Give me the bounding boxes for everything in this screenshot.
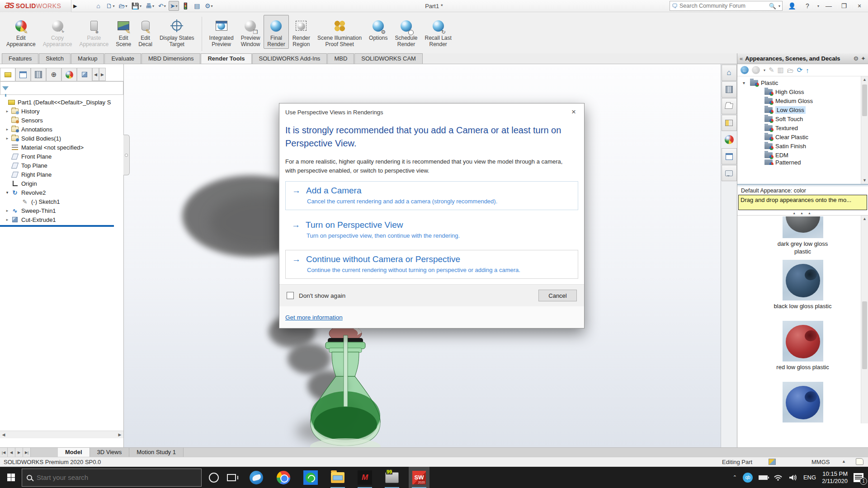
display-states-target-button[interactable]: Display StatesTarget [156, 15, 198, 49]
scroll-up-icon[interactable]: ▲ [861, 216, 868, 222]
file-explorer-button[interactable] [722, 98, 737, 114]
appearance-thumb-black[interactable]: black low gloss plastic [737, 260, 868, 310]
tree-horizontal-scrollbar[interactable]: ◀ ▶ [0, 431, 123, 438]
tree-item-sketch1[interactable]: ✎ (-) Sketch1 [0, 197, 123, 206]
properties-icon[interactable]: ▤ [192, 1, 202, 11]
open-button[interactable]: 🗁▾ [117, 1, 128, 11]
option-continue-without[interactable]: →Continue without Camera or Perspective … [285, 250, 578, 279]
start-button[interactable] [0, 467, 22, 488]
history-dropdown-icon[interactable]: ▾ [764, 68, 765, 72]
tab-mbd[interactable]: MBD [327, 53, 354, 64]
forward-button[interactable]: → [752, 66, 760, 74]
tab-markup[interactable]: Markup [71, 53, 104, 64]
taskbar-app-whatsapp[interactable] [300, 467, 321, 488]
integrated-preview-button[interactable]: IntegratedPreview [206, 15, 237, 49]
tree-item-material[interactable]: Material <not specified> [0, 143, 123, 152]
close-button[interactable]: × [854, 2, 865, 9]
back-button[interactable]: ← [741, 66, 749, 74]
tab-evaluate[interactable]: Evaluate [104, 53, 141, 64]
category-edm[interactable]: EDM [737, 150, 868, 160]
tray-expand-icon[interactable]: ⌃ [733, 474, 737, 480]
cancel-button[interactable]: Cancel [538, 290, 577, 301]
scroll-right-icon[interactable]: ▶ [116, 431, 123, 438]
tab-scroll-right-icon[interactable]: ▶ [99, 68, 106, 81]
design-library-button[interactable] [722, 81, 737, 98]
tab-3d-views[interactable]: 3D Views [90, 448, 130, 457]
taskbar-app-file-explorer[interactable] [327, 467, 348, 488]
community-search-box[interactable]: 🗨 🔍 ▾ [670, 1, 783, 11]
tree-item-top-plane[interactable]: Top Plane [0, 161, 123, 170]
category-plastic[interactable]: ▾ Plastic [737, 78, 868, 87]
taskbar-search-box[interactable] [22, 469, 202, 487]
category-high-gloss[interactable]: High Gloss [737, 87, 868, 96]
scroll-left-icon[interactable]: ◀ [0, 431, 7, 438]
category-soft-touch[interactable]: Soft Touch [737, 114, 868, 123]
help-dropdown-icon[interactable]: ▾ [817, 4, 819, 8]
category-low-gloss[interactable]: Low Gloss [737, 105, 868, 114]
units-text[interactable]: MMGS [811, 459, 830, 465]
pane-options-gear-icon[interactable]: ⚙ [853, 55, 859, 62]
get-more-information-link[interactable]: Get more information [285, 314, 343, 321]
last-tab-icon[interactable]: ▶| [23, 448, 31, 457]
cortana-button[interactable] [209, 473, 219, 483]
clock[interactable]: 10:15 PM2/11/2020 [822, 470, 848, 485]
performance-warning-icon[interactable] [769, 459, 776, 465]
edit-appearance-button[interactable]: ✎ EditAppearance [3, 15, 39, 49]
scroll-up-icon[interactable]: ▲ [861, 76, 868, 83]
battery-icon[interactable] [759, 475, 768, 480]
qbittorrent-tray-icon[interactable]: qb [743, 473, 753, 483]
up-level-icon[interactable]: ↑ [806, 66, 809, 74]
appearance-thumb-red[interactable]: red low gloss plastic [737, 321, 868, 371]
category-medium-gloss[interactable]: Medium Gloss [737, 96, 868, 105]
tab-sketch[interactable]: Sketch [39, 53, 71, 64]
tree-item-right-plane[interactable]: Right Plane [0, 170, 123, 179]
thumbnails-scrollbar[interactable]: ▲ [861, 216, 868, 423]
option-add-a-camera[interactable]: →Add a Camera Cancel the current renderi… [285, 181, 578, 210]
tag-note-icon[interactable] [856, 458, 863, 465]
minimize-button[interactable]: — [823, 2, 835, 9]
search-magnifier-icon[interactable]: 🔍 [769, 3, 776, 9]
help-button[interactable]: ? [802, 2, 813, 9]
schedule-render-button[interactable]: ScheduleRender [391, 15, 421, 49]
category-patterned[interactable]: Patterned [737, 160, 868, 165]
forum-button[interactable] [722, 165, 737, 181]
tab-mbd-dimensions[interactable]: MBD Dimensions [142, 53, 200, 64]
tree-item-annotations[interactable]: ▸ Annotations [0, 125, 123, 134]
performance-icon[interactable]: 🚦 [180, 1, 191, 11]
dialog-close-icon[interactable]: × [568, 108, 580, 117]
volume-icon[interactable] [788, 474, 797, 481]
category-clear-plastic[interactable]: Clear Plastic [737, 132, 868, 141]
home-tab-button[interactable]: ⌂ [722, 65, 737, 81]
tab-scroll-left-icon[interactable]: ◀ [92, 68, 99, 81]
restore-button[interactable]: ❐ [838, 2, 850, 9]
pin-icon[interactable]: ✦ [861, 55, 866, 62]
tree-item-solid-bodies[interactable]: ▸ Solid Bodies(1) [0, 134, 123, 143]
community-search-input[interactable] [679, 3, 767, 9]
tree-item-front-plane[interactable]: Front Plane [0, 152, 123, 161]
taskbar-app-chrome[interactable] [273, 467, 294, 488]
tree-item-cut-extrude1[interactable]: ▸ Cut-Extrude1 [0, 215, 123, 224]
tab-configuration-manager[interactable] [31, 68, 46, 81]
tab-property-manager[interactable] [15, 68, 31, 81]
tab-solidworks-addins[interactable]: SOLIDWORKS Add-Ins [252, 53, 327, 64]
collapse-chevrons-icon[interactable]: « [740, 55, 743, 62]
tab-featuremanager-tree[interactable] [0, 68, 15, 81]
prev-tab-icon[interactable]: ◀ [8, 448, 15, 457]
tab-dimxpert-manager[interactable]: ⊕ [46, 68, 61, 81]
tab-cam-manager[interactable] [77, 68, 92, 81]
tree-item-history[interactable]: ▸ History [0, 107, 123, 116]
tab-render-tools[interactable]: Render Tools [201, 53, 251, 64]
category-satin-finish[interactable]: Satin Finish [737, 141, 868, 150]
tab-solidworks-cam[interactable]: SOLIDWORKS CAM [354, 53, 423, 64]
save-button[interactable]: 💾▾ [130, 1, 143, 11]
search-dropdown-icon[interactable]: ▾ [778, 4, 780, 8]
taskbar-search-input[interactable] [37, 474, 197, 481]
next-tab-icon[interactable]: ▶ [15, 448, 23, 457]
home-button[interactable]: ⌂ [93, 1, 103, 11]
appearance-thumb-dark-grey[interactable]: dark grey low glossplastic [737, 216, 868, 255]
refresh-icon[interactable]: ⟳ [797, 66, 803, 74]
logo-flyout-arrow-icon[interactable]: ▶ [73, 3, 77, 9]
final-render-button[interactable]: FinalRender [264, 15, 288, 49]
taskbar-app-fps-monitor[interactable]: 99 [382, 467, 402, 488]
tab-features[interactable]: Features [2, 53, 38, 64]
